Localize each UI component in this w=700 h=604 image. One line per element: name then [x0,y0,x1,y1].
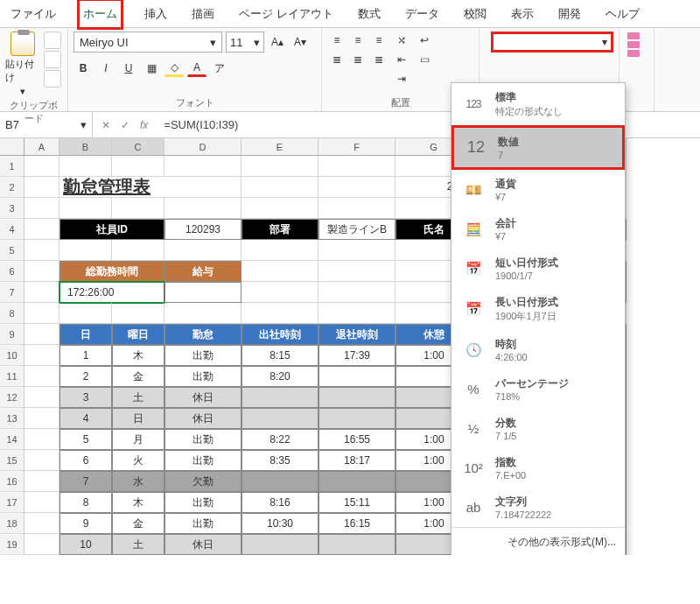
format-short-date[interactable]: 📅 短い日付形式1900/1/7 [452,249,625,288]
row-header-19[interactable]: 19 [0,534,24,555]
align-bottom-button[interactable]: ≡ [369,32,388,49]
row-header-14[interactable]: 14 [0,429,24,450]
cell[interactable] [164,303,242,324]
merge-button[interactable]: ▭ [415,51,434,68]
empid-value[interactable]: 120293 [164,219,242,240]
tab-view[interactable]: 表示 [508,1,537,27]
align-middle-button[interactable]: ≡ [348,32,368,49]
row-header-3[interactable]: 3 [0,198,24,219]
row-header-15[interactable]: 15 [0,450,24,471]
paste-button[interactable]: 貼り付け ▾ [5,32,40,97]
format-percent[interactable]: % パーセンテージ718% [452,369,625,409]
cell-in[interactable] [242,387,318,408]
cell-out[interactable]: 16:55 [318,429,396,450]
cell[interactable] [24,408,60,429]
cell-dow[interactable]: 土 [112,534,164,555]
cell-dow[interactable]: 日 [112,408,164,429]
cell-day[interactable]: 6 [60,450,112,471]
cell-in[interactable] [242,408,318,429]
row-header-16[interactable]: 16 [0,471,24,492]
bold-button[interactable]: B [74,60,93,77]
cell[interactable] [24,240,60,261]
format-time[interactable]: 🕓 時刻4:26:00 [452,330,625,369]
fx-icon[interactable]: fx [140,119,148,131]
increase-indent-button[interactable]: ⇥ [392,70,411,88]
wrap-text-button[interactable]: ↩ [415,32,434,49]
cell-dow[interactable]: 土 [112,387,164,408]
cell-out[interactable]: 18:17 [318,450,396,471]
cell[interactable] [242,156,318,177]
cell[interactable] [24,324,60,345]
cell-in[interactable]: 10:30 [242,513,318,534]
font-size-select[interactable]: 11▾ [226,32,264,53]
tab-draw[interactable]: 描画 [188,1,218,27]
cell-attend[interactable]: 出勤 [164,450,242,471]
cell-attend[interactable]: 出勤 [164,492,242,513]
row-header-7[interactable]: 7 [0,282,24,303]
enter-icon[interactable]: ✓ [121,119,130,131]
cell[interactable] [318,156,396,177]
cell-attend[interactable]: 休日 [164,408,242,429]
row-header-9[interactable]: 9 [0,324,24,345]
cell[interactable] [24,534,60,555]
cell-dow[interactable]: 木 [112,492,164,513]
align-top-button[interactable]: ≡ [327,32,346,49]
cell[interactable] [164,240,242,261]
row-header-8[interactable]: 8 [0,303,24,324]
select-all-corner[interactable] [0,138,24,156]
cell-dow[interactable]: 火 [112,450,164,471]
cell-attend[interactable]: 休日 [164,534,242,555]
row-header-1[interactable]: 1 [0,156,24,177]
font-color-button[interactable]: A [187,60,206,77]
cell-day[interactable]: 2 [60,366,112,387]
cell-out[interactable] [318,387,396,408]
cell[interactable] [242,198,318,219]
dept-value[interactable]: 製造ラインB [318,219,396,240]
cell-day[interactable]: 1 [60,345,112,366]
fill-color-button[interactable]: ◇ [164,60,184,77]
orientation-button[interactable]: ⤭ [392,32,411,49]
th-in[interactable]: 出社時刻 [242,324,318,345]
tab-home[interactable]: ホーム [77,0,123,30]
tab-data[interactable]: データ [402,1,443,27]
cell[interactable] [24,219,60,240]
cell-day[interactable]: 5 [60,429,112,450]
cell-in[interactable]: 8:20 [242,366,318,387]
cell-out[interactable]: 17:39 [318,345,396,366]
cell[interactable] [242,261,318,282]
cell[interactable] [24,471,60,492]
row-header-6[interactable]: 6 [0,261,24,282]
number-format-select[interactable]: ▾ [491,32,613,53]
cell[interactable] [242,177,318,198]
cut-button[interactable] [44,32,61,49]
italic-button[interactable]: I [96,60,116,77]
cell-in[interactable]: 8:15 [242,345,318,366]
cell[interactable] [318,303,396,324]
grow-font-button[interactable]: A▴ [268,33,287,51]
cell[interactable] [242,303,318,324]
name-box[interactable]: B7▾ [0,112,93,137]
cell[interactable] [24,282,60,303]
row-header-13[interactable]: 13 [0,408,24,429]
cell[interactable] [164,198,242,219]
cell[interactable] [112,198,164,219]
row-header-12[interactable]: 12 [0,387,24,408]
cell[interactable] [24,492,60,513]
format-text[interactable]: ab 文字列7.184722222 [452,488,625,527]
cell-dow[interactable]: 金 [112,513,164,534]
cell-day[interactable]: 9 [60,513,112,534]
th-out[interactable]: 退社時刻 [318,324,396,345]
format-currency[interactable]: 💴 通貨¥7 [452,170,625,209]
cell-dow[interactable]: 金 [112,366,164,387]
cell[interactable] [24,450,60,471]
tab-insert[interactable]: 挿入 [141,1,171,27]
cell[interactable] [24,198,60,219]
col-header-C[interactable]: C [112,138,164,156]
cell[interactable] [60,156,112,177]
cell[interactable] [164,156,242,177]
tab-file[interactable]: ファイル [7,1,60,27]
total-hours-value[interactable]: 172:26:00 [60,282,164,303]
cell[interactable] [24,429,60,450]
border-button[interactable]: ▦ [142,60,161,77]
cell-out[interactable] [318,366,396,387]
